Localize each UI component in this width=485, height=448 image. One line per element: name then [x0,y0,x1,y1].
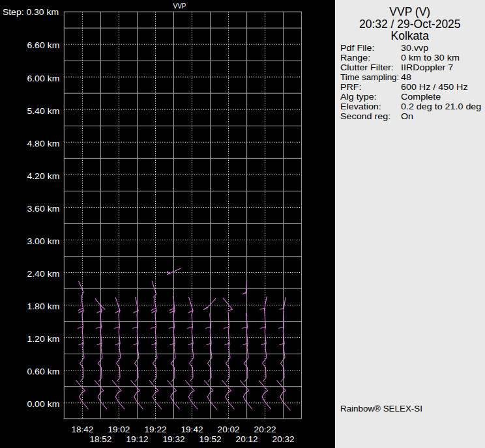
svg-text:4.80 km: 4.80 km [27,139,59,148]
svg-text:0.00 km: 0.00 km [27,399,59,409]
svg-text:19:12: 19:12 [126,434,149,444]
svg-text:0.60 km: 0.60 km [27,367,59,376]
svg-text:3.00 km: 3.00 km [27,236,59,246]
svg-text:20:22: 20:22 [254,425,276,434]
svg-text:5.40 km: 5.40 km [27,106,59,116]
svg-text:4.20 km: 4.20 km [27,171,59,181]
svg-text:VVP: VVP [173,2,186,10]
svg-text:20:12: 20:12 [236,434,258,444]
svg-text:2.40 km: 2.40 km [27,269,59,279]
svg-text:3.60 km: 3.60 km [27,204,59,214]
svg-text:18:42: 18:42 [71,425,93,434]
svg-text:Step: 0.30 km: Step: 0.30 km [3,7,59,17]
svg-text:1.80 km: 1.80 km [27,301,59,311]
svg-text:19:52: 19:52 [199,434,222,444]
svg-text:19:32: 19:32 [163,434,185,444]
svg-text:20:32: 20:32 [272,434,295,444]
svg-text:19:02: 19:02 [108,425,130,434]
svg-text:19:22: 19:22 [145,425,167,434]
svg-text:1.20 km: 1.20 km [27,334,59,344]
svg-text:6.00 km: 6.00 km [27,74,59,83]
svg-text:6.60 km: 6.60 km [27,40,59,50]
svg-text:18:52: 18:52 [89,434,111,444]
svg-text:19:42: 19:42 [181,425,203,434]
svg-text:20:02: 20:02 [218,425,240,434]
